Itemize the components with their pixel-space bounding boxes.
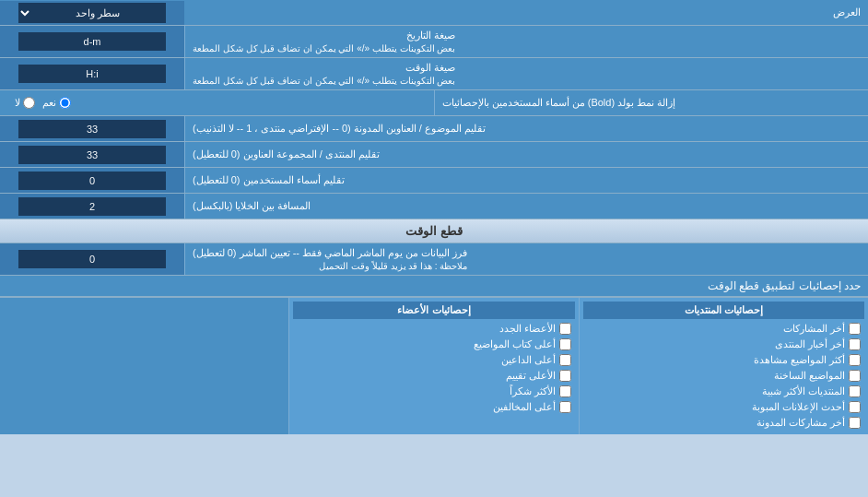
stats-item-top-posters: أعلى كتاب المواضيع <box>293 337 574 352</box>
display-mode-row: العرض سطر واحد سطرين ثلاثة أسطر <box>0 0 868 26</box>
cell-spacing-input[interactable] <box>18 197 166 216</box>
realtime-filter-label: فرز البيانات من يوم الماشر الماضي فقط --… <box>184 243 868 275</box>
realtime-section-header: قطع الوقت <box>0 219 868 243</box>
date-format-input-wrapper <box>0 26 184 57</box>
time-format-input[interactable] <box>18 65 166 83</box>
time-format-label: صيغة الوقت بعض التكوينات يتطلب «/» التي … <box>184 58 868 89</box>
topic-header-input-wrapper <box>0 116 184 141</box>
stats-item-classifieds: أحدث الإعلانات المبوبة <box>583 399 864 415</box>
radio-no[interactable] <box>23 97 35 109</box>
username-trim-input[interactable] <box>18 172 166 190</box>
stats-item-most-viewed: أكثر المواضيع مشاهدة <box>583 352 864 368</box>
checkbox-most-viewed[interactable] <box>849 354 861 366</box>
stats-grid: إحصائيات المنتديات أخر المشاركات أخر أخب… <box>0 297 868 434</box>
realtime-filter-input[interactable] <box>18 250 166 268</box>
checkbox-top-rated[interactable] <box>559 370 571 382</box>
stats-col-forums-header: إحصائيات المنتديات <box>583 302 864 319</box>
time-format-row: صيغة الوقت بعض التكوينات يتطلب «/» التي … <box>0 58 868 90</box>
stats-item-blog-posts: أخر مشاركات المدونة <box>583 415 864 431</box>
date-format-input[interactable] <box>18 32 166 51</box>
forum-header-input-wrapper <box>0 142 184 167</box>
cell-spacing-input-wrapper <box>0 194 184 219</box>
radio-yes[interactable] <box>59 97 71 109</box>
checkbox-top-violators[interactable] <box>559 401 571 413</box>
stats-col-empty <box>0 298 288 434</box>
stats-col-members-header: إحصائيات الأعضاء <box>293 302 574 319</box>
bold-remove-label: إزالة نمط بولد (Bold) من أسماء المستخدمي… <box>434 90 869 115</box>
display-mode-select-wrapper: سطر واحد سطرين ثلاثة أسطر <box>0 1 184 25</box>
username-trim-input-wrapper <box>0 168 184 193</box>
stats-item-top-inviters: أعلى الداعين <box>293 352 574 368</box>
topic-header-input[interactable] <box>18 120 166 138</box>
cell-spacing-row: المسافة بين الخلايا (بالبكسل) <box>0 194 868 219</box>
stats-item-top-violators: أعلى المخالفين <box>293 399 574 415</box>
main-container: العرض سطر واحد سطرين ثلاثة أسطر صيغة الت… <box>0 0 868 434</box>
date-format-row: صيغة التاريخ بعض التكوينات يتطلب «/» الت… <box>0 26 868 58</box>
checkbox-blog-posts[interactable] <box>849 417 861 429</box>
topic-header-row: تقليم الموضوع / العناوين المدونة (0 -- ا… <box>0 116 868 142</box>
forum-header-row: تقليم المنتدى / المجموعة العناوين (0 للت… <box>0 142 868 168</box>
display-mode-label: العرض <box>184 3 868 22</box>
forum-header-input[interactable] <box>18 146 166 164</box>
checkbox-classifieds[interactable] <box>849 401 861 413</box>
realtime-filter-row: فرز البيانات من يوم الماشر الماضي فقط --… <box>0 243 868 276</box>
checkbox-most-thanked[interactable] <box>559 385 571 397</box>
checkbox-top-inviters[interactable] <box>559 354 571 366</box>
radio-yes-label[interactable]: نعم <box>42 97 71 109</box>
stats-item-last-posts: أخر المشاركات <box>583 321 864 337</box>
time-format-input-wrapper <box>0 58 184 89</box>
username-trim-row: تقليم أسماء المستخدمين (0 للتعطيل) <box>0 168 868 194</box>
bold-remove-row: إزالة نمط بولد (Bold) من أسماء المستخدمي… <box>0 90 868 116</box>
bold-radio-group: نعم لا <box>7 97 78 109</box>
topic-header-label: تقليم الموضوع / العناوين المدونة (0 -- ا… <box>184 116 868 141</box>
stats-item-hot-topics: المواضيع الساخنة <box>583 368 864 384</box>
stats-col-forums: إحصائيات المنتديات أخر المشاركات أخر أخب… <box>579 298 868 434</box>
stats-label: حدد إحصائيات لتطبيق قطع الوقت <box>0 276 868 297</box>
stats-item-new-members: الأعضاء الجدد <box>293 321 574 337</box>
cell-spacing-label: المسافة بين الخلايا (بالبكسل) <box>184 194 868 219</box>
checkbox-new-members[interactable] <box>559 323 571 335</box>
stats-item-similar-forums: المنتديات الأكثر شبية <box>583 384 864 399</box>
stats-item-most-thanked: الأكثر شكراً <box>293 384 574 399</box>
date-format-label: صيغة التاريخ بعض التكوينات يتطلب «/» الت… <box>184 26 868 57</box>
stats-item-top-rated: الأعلى تقييم <box>293 368 574 384</box>
checkbox-last-posts[interactable] <box>849 323 861 335</box>
stats-item-forum-news: أخر أخبار المنتدى <box>583 337 864 352</box>
forum-header-label: تقليم المنتدى / المجموعة العناوين (0 للت… <box>184 142 868 167</box>
realtime-filter-input-wrapper <box>0 243 184 275</box>
checkbox-similar-forums[interactable] <box>849 385 861 397</box>
checkbox-forum-news[interactable] <box>849 338 861 350</box>
stats-col-members: إحصائيات الأعضاء الأعضاء الجدد أعلى كتاب… <box>288 298 578 434</box>
display-mode-select[interactable]: سطر واحد سطرين ثلاثة أسطر <box>18 3 166 23</box>
username-trim-label: تقليم أسماء المستخدمين (0 للتعطيل) <box>184 168 868 193</box>
radio-no-label[interactable]: لا <box>15 97 35 109</box>
checkbox-top-posters[interactable] <box>559 338 571 350</box>
checkbox-hot-topics[interactable] <box>849 370 861 382</box>
bold-remove-radio-wrapper: نعم لا <box>0 90 434 115</box>
